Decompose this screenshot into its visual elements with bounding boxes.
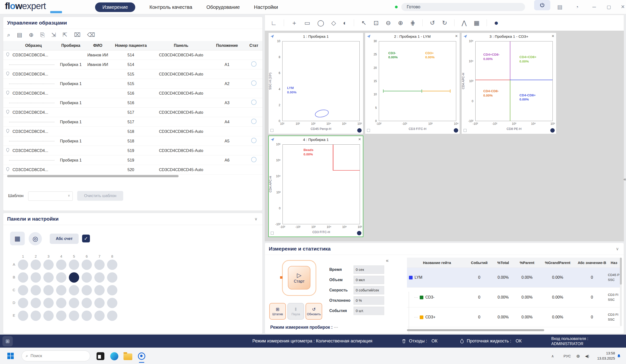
auto-mode-button[interactable]: ◎ [29,232,42,245]
collapse-chevron-icon[interactable]: ∨ [616,246,619,251]
duplicate-sample-icon[interactable]: ⎘ [40,32,45,38]
well-B3[interactable] [43,272,54,283]
well-B2[interactable] [31,272,41,283]
collapse-fields-icon[interactable]: « [386,258,389,263]
tube-row[interactable]: Пробирка 1518A5 [3,136,262,146]
well-E4[interactable] [56,311,66,321]
events-display-icon[interactable]: ● [494,19,498,27]
well-C4[interactable] [56,285,66,295]
volume-icon[interactable]: ◀) [585,348,589,364]
tube-row[interactable]: Пробирка 1519A6 [3,155,262,165]
layout-grid-icon[interactable]: ▦ [474,19,480,27]
tube-row[interactable]: Пробирка 1Иванов ИИ514A1 [3,60,262,69]
pin-icon[interactable] [463,34,468,39]
well-E7[interactable] [94,311,105,321]
plot-corner-toggle[interactable] [464,129,467,132]
plot-3[interactable]: 3 : Пробирка 1 - CD3+ × CD4+CD8-0.00% CD… [461,33,556,134]
well-C6[interactable] [81,285,92,295]
status-radio[interactable] [251,138,257,143]
well-A5[interactable] [69,260,79,270]
select-cursor-icon[interactable]: ↖ [361,19,366,27]
zoom-in-icon[interactable]: ⊕ [398,19,403,27]
file-explorer-icon[interactable] [123,351,133,361]
ellipse-gate[interactable] [314,108,329,118]
well-B1[interactable] [18,272,28,283]
well-D3[interactable] [43,298,54,308]
samples-hscrollbar[interactable] [7,175,179,177]
rack-button[interactable]: ⊞Штатив [269,303,286,320]
well-E5[interactable] [69,311,79,321]
gate-stats-row[interactable]: LYM00.00%0.00%0.00%0CD45 PSSC [407,268,620,287]
well-B7[interactable] [94,272,105,283]
rect-gate-hline[interactable] [333,170,360,171]
collapse-right-panel-icon[interactable]: « [624,176,626,182]
plot-options-icon[interactable] [454,128,458,133]
plot-1[interactable]: 1 : Пробирка 1 SSC-H (10⁵) LYM0.00% 1086… [268,33,363,134]
quadrant-gate-icon[interactable]: ◐ [343,19,347,27]
range-gate-cd3neg[interactable] [383,91,422,91]
nav-tab[interactable]: Измерение [95,2,135,12]
plot-corner-toggle[interactable] [271,232,274,235]
plot-options-icon[interactable] [357,128,362,133]
import-icon[interactable]: ⇲ [51,32,56,38]
clear-samples-icon[interactable]: ⌫ [87,32,95,38]
plot-options-icon[interactable] [550,128,555,133]
quadrant-line-top[interactable] [510,41,510,80]
clear-template-button[interactable]: Очистить шаблон [77,191,123,201]
pin-icon[interactable] [270,137,275,142]
export-icon[interactable]: ⇱ [63,32,67,38]
network-icon[interactable]: ⊕ [576,348,580,364]
plot-corner-toggle[interactable] [271,129,274,132]
nav-tab[interactable]: Контроль качества [150,4,192,10]
well-A6[interactable] [81,260,92,270]
close-plot-icon[interactable]: × [358,137,361,142]
tray-expand-icon[interactable]: ∧ [551,348,554,364]
gate-stats-row[interactable]: CD3-00.00%0.00%0.00%0CD3 FISSC [407,287,620,307]
nav-tab[interactable]: Оборудование [206,4,240,10]
add-sample-icon[interactable]: ⊕ [29,32,34,38]
well-E1[interactable] [18,311,28,321]
plot-options-icon[interactable] [357,231,361,235]
plot-axes-icon[interactable]: ∟ [271,19,277,27]
plot-4[interactable]: 4 : Пробирка 1 × Beads0.00% CD4 APC-H 10… [268,136,363,237]
delete-sample-icon[interactable]: ⌧ [74,32,80,38]
well-D8[interactable] [107,298,117,308]
taskbar-search[interactable]: ⌕Поиск [22,351,90,361]
collapse-chevron-icon[interactable]: ∨ [255,216,258,222]
crosshair-icon[interactable]: ＋ [291,19,297,27]
tube-row[interactable]: Пробирка 1515A2 [3,79,262,88]
status-radio[interactable] [251,61,257,67]
range-gate-cd3pos[interactable] [422,91,451,91]
sample-row[interactable]: CD3CD4CD8CD4...518CD3CD4CD8CD45-Auto [3,127,262,136]
well-D7[interactable] [94,298,105,308]
well-E6[interactable] [81,311,92,321]
flowexpert-app-icon[interactable] [137,351,147,361]
start-button[interactable] [7,353,14,359]
close-plot-icon[interactable]: × [455,34,458,39]
browser-icon[interactable] [109,351,119,361]
plate-view-icon[interactable]: ▤ [17,32,22,38]
well-D1[interactable] [18,298,28,308]
status-radio[interactable] [251,81,257,86]
plot-2[interactable]: 2 : Пробирка 1 - LYM × CD3-0.00% CD3+0.0… [365,33,460,134]
stats-vscrollbar[interactable] [620,258,622,326]
tube-row[interactable]: Пробирка 1517A4 [3,117,262,127]
histogram-overlay-icon[interactable]: ⋀ [462,19,467,27]
refresh-button[interactable]: ↺Обновить [306,303,322,320]
well-C8[interactable] [107,285,117,295]
pin-icon[interactable] [270,34,274,39]
well-E2[interactable] [31,311,41,321]
sample-row[interactable]: CD3CD4CD8CD4...520CD3CD4CD8CD45-Auto [3,165,262,174]
well-D5[interactable] [69,298,79,308]
well-D6[interactable] [81,298,92,308]
nav-tab[interactable]: Настройки [254,4,278,10]
rect-gate-vline[interactable] [333,145,333,170]
taskbar-app-dark[interactable] [96,351,105,361]
quadrant-line-left[interactable] [475,80,510,81]
plot-corner-toggle[interactable] [367,129,370,132]
close-plot-icon[interactable]: × [551,34,554,39]
abs-count-checkbox[interactable]: ✓ [82,235,90,243]
well-A1[interactable] [18,260,28,270]
search-icon[interactable]: ⌕ [7,32,10,38]
language-indicator[interactable]: РУС [563,348,571,364]
